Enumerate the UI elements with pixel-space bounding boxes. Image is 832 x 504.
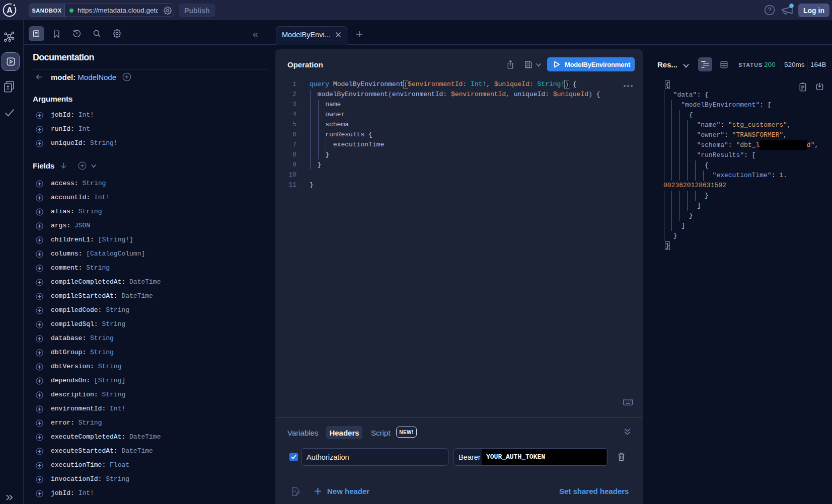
- svg-text:A: A: [7, 6, 13, 15]
